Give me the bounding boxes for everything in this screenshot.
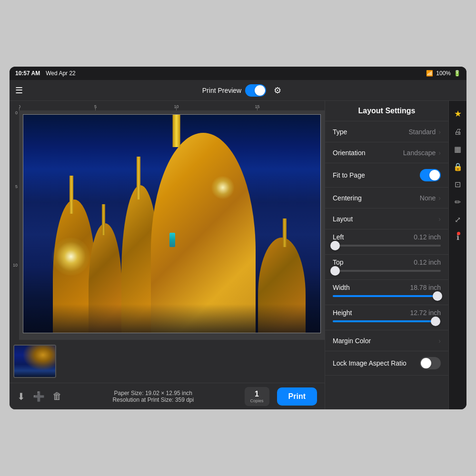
ruler-left-5: 5 — [15, 184, 18, 189]
status-left: 10:57 AM Wed Apr 22 — [15, 70, 76, 77]
setting-row-centering[interactable]: Centering None › — [325, 188, 448, 208]
centering-label: Centering — [333, 194, 362, 202]
ruler-tick-0: 0 — [19, 108, 20, 110]
top-slider-header: Top 0.12 inch — [333, 258, 441, 266]
orientation-value: Landscape › — [403, 149, 441, 157]
edit-icon[interactable]: ✏ — [453, 194, 463, 210]
lock-icon[interactable]: 🔒 — [451, 159, 465, 175]
delete-icon[interactable]: 🗑 — [52, 391, 62, 402]
height-slider-section: Height 12.72 inch — [325, 305, 448, 330]
top-slider-section: Top 0.12 inch — [325, 255, 448, 280]
lock-ratio-toggle[interactable] — [420, 357, 441, 369]
thumbnail-strip — [10, 340, 325, 383]
main-stupa-spire — [173, 115, 180, 147]
top-slider-label: Top — [333, 258, 344, 266]
top-slider-track — [333, 270, 441, 272]
type-value: Standard › — [409, 128, 441, 136]
setting-row-lock-ratio[interactable]: Lock Image Aspect Ratio — [325, 351, 448, 376]
margin-color-chevron: › — [438, 337, 441, 345]
ruler-mark-10: 10 — [174, 105, 179, 109]
settings-title: Layout Settings — [325, 101, 448, 121]
ruler-tick-10: 10 — [176, 108, 177, 110]
ruler-top: 0 5 10 15 — [19, 101, 325, 110]
print-button[interactable]: Print — [277, 387, 317, 406]
status-time: 10:57 AM — [15, 70, 40, 77]
spire-left-3 — [137, 157, 140, 199]
print-canvas[interactable] — [23, 114, 321, 333]
layout-value: › — [438, 215, 441, 223]
ruler-mark-0: 0 — [19, 105, 20, 109]
favorites-icon[interactable]: ★ — [452, 105, 464, 123]
expand-icon[interactable]: ⤢ — [453, 211, 463, 228]
lock-ratio-label: Lock Image Aspect Ratio — [333, 359, 407, 367]
import-icon[interactable]: ⬇ — [17, 391, 25, 402]
status-date: Wed Apr 22 — [46, 70, 75, 77]
setting-row-margin-color[interactable]: Margin Color › — [325, 330, 448, 351]
ruler-left-0: 0 — [15, 110, 18, 115]
copies-box[interactable]: 1 Copies — [245, 387, 269, 406]
height-slider-header: Height 12.72 inch — [333, 309, 441, 317]
copies-label: Copies — [250, 398, 264, 403]
star-burst-left — [52, 238, 90, 276]
ruler-mark-5: 5 — [94, 105, 97, 109]
battery-text: 100% — [436, 70, 451, 77]
settings-panel: Layout Settings Type Standard › Orientat… — [325, 101, 448, 409]
toggle-knob — [255, 85, 265, 96]
width-slider-track — [333, 295, 441, 297]
resolution-text: Resolution at Print Size: 359 dpi — [69, 397, 237, 403]
width-slider-knob[interactable] — [433, 291, 442, 301]
teal-decoration — [169, 233, 175, 247]
left-slider-label: Left — [333, 233, 344, 241]
left-slider-section: Left 0.12 inch — [325, 229, 448, 255]
wifi-icon: 📶 — [426, 70, 433, 77]
fittopage-toggle[interactable] — [420, 169, 441, 181]
info-icon[interactable]: ℹ — [455, 229, 461, 246]
top-slider-value: 0.12 inch — [414, 258, 441, 266]
left-slider-track — [333, 245, 441, 247]
menu-icon[interactable]: ☰ — [15, 85, 23, 96]
thumbnail-item[interactable] — [13, 345, 56, 378]
ruler-tick-15: 15 — [257, 108, 258, 110]
temple-scene — [23, 115, 320, 333]
ruler-top-marks: 0 5 10 15 — [19, 101, 325, 110]
device-frame: 10:57 AM Wed Apr 22 📶 100% 🔋 ☰ Print Pre… — [10, 67, 466, 409]
height-slider-label: Height — [333, 309, 352, 317]
status-bar: 10:57 AM Wed Apr 22 📶 100% 🔋 — [10, 67, 466, 80]
copies-number: 1 — [255, 390, 259, 398]
add-icon[interactable]: ➕ — [33, 391, 45, 402]
ruler-left-10: 10 — [13, 263, 18, 268]
canvas-inner — [19, 110, 325, 340]
setting-row-fittopage[interactable]: Fit to Page — [325, 163, 448, 188]
left-slider-knob[interactable] — [330, 241, 340, 250]
ruler-tick-5: 5 — [95, 108, 96, 110]
battery-icon: 🔋 — [454, 70, 461, 77]
setting-row-orientation[interactable]: Orientation Landscape › — [325, 142, 448, 163]
info-badge — [457, 232, 460, 235]
bottom-icons: ⬇ ➕ 🗑 — [17, 391, 62, 402]
ruler-corner — [10, 101, 19, 110]
type-text: Standard — [409, 128, 436, 136]
bottom-info: Paper Size: 19.02 × 12.95 inch Resolutio… — [69, 390, 237, 403]
setting-row-type[interactable]: Type Standard › — [325, 121, 448, 142]
right-panel: Layout Settings Type Standard › Orientat… — [325, 101, 448, 409]
type-chevron: › — [438, 128, 441, 136]
star-burst-right — [211, 176, 235, 199]
bottom-shadow — [23, 304, 320, 333]
crop-icon[interactable]: ⊡ — [453, 176, 463, 193]
gear-icon[interactable]: ⚙ — [274, 85, 281, 96]
canvas-scroll: 0 5 10 15 — [10, 101, 325, 340]
setting-row-layout[interactable]: Layout › — [325, 208, 448, 229]
ruler-mark-15: 15 — [255, 105, 260, 109]
fittopage-label: Fit to Page — [333, 171, 365, 179]
toolbar-left: ☰ — [15, 85, 23, 96]
top-slider-knob[interactable] — [330, 266, 340, 276]
print-preview-toggle[interactable] — [245, 84, 266, 97]
ruler-left: 0 5 10 — [10, 110, 19, 340]
spire-left-1 — [69, 176, 73, 214]
height-slider-value: 12.72 inch — [410, 309, 441, 317]
left-slider-header: Left 0.12 inch — [333, 233, 441, 241]
grid-icon[interactable]: ▦ — [452, 141, 463, 158]
canvas-with-thumbnails: 0 5 10 15 — [10, 101, 325, 409]
height-slider-knob[interactable] — [431, 317, 440, 326]
print-icon[interactable]: 🖨 — [452, 124, 464, 140]
